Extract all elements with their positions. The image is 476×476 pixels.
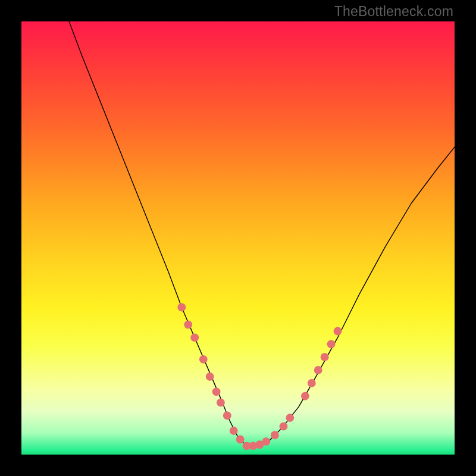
marker-dot xyxy=(184,321,192,329)
marker-dot xyxy=(301,392,309,400)
chart-frame: TheBottleneck.com xyxy=(0,0,476,476)
marker-dot xyxy=(199,355,208,364)
marker-dot xyxy=(308,379,316,387)
plot-area xyxy=(21,21,455,455)
marker-dot xyxy=(223,412,231,420)
marker-dot xyxy=(177,303,186,312)
marker-dot xyxy=(236,436,245,444)
marker-dot xyxy=(206,372,214,381)
marker-dot xyxy=(230,427,238,435)
marker-dot xyxy=(327,340,336,348)
chart-svg xyxy=(21,21,455,455)
bottleneck-curve xyxy=(69,21,455,446)
marker-dot xyxy=(217,399,225,407)
marker-dot xyxy=(262,437,270,446)
marker-dot xyxy=(314,366,322,374)
marker-dot xyxy=(190,334,199,342)
marker-dot xyxy=(280,422,288,431)
marker-dot xyxy=(212,388,221,396)
highlight-markers xyxy=(177,303,342,450)
marker-dot xyxy=(334,327,342,336)
marker-dot xyxy=(321,353,329,361)
marker-dot xyxy=(271,431,279,439)
watermark-text: TheBottleneck.com xyxy=(334,4,453,20)
marker-dot xyxy=(286,414,294,422)
